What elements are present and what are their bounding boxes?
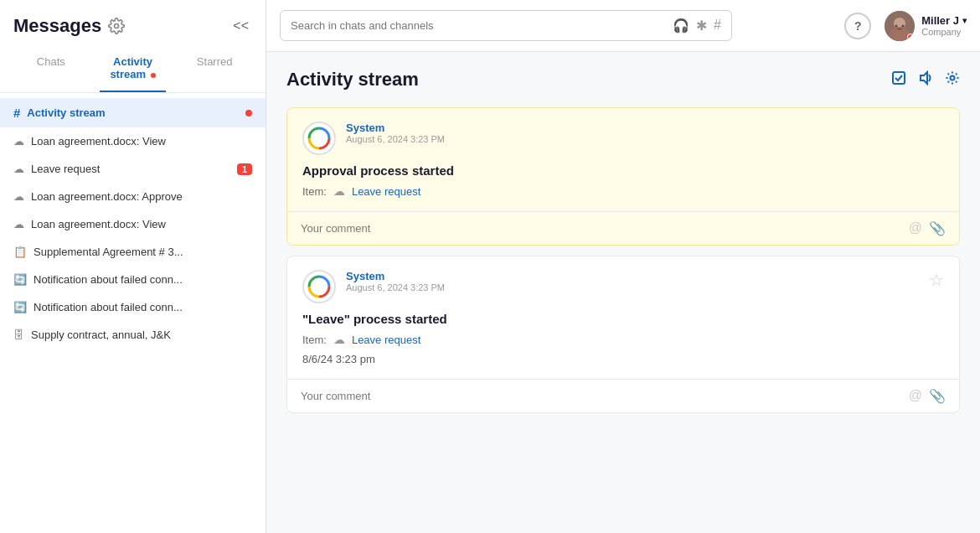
user-details: Miller J ▾ Company [921,14,967,37]
send-time-2: August 6, 2024 3:23 PM [346,282,445,292]
tab-starred[interactable]: Starred [173,47,255,92]
svg-point-0 [115,24,119,28]
message-card-2: System August 6, 2024 3:23 PM ☆ "Leave" … [286,256,960,413]
sidebar-item-label: Supply contract, annual, J&K [31,329,252,341]
help-button[interactable]: ? [844,13,871,39]
cloud-icon-item-1: ☁ [333,184,345,198]
sidebar-item-activity-stream[interactable]: # Activity stream [0,98,266,127]
sender-info-1: System August 6, 2024 3:23 PM [346,122,445,144]
message-body-2: System August 6, 2024 3:23 PM ☆ "Leave" … [287,256,959,379]
message-body-1: System August 6, 2024 3:23 PM Approval p… [287,108,959,211]
item-link-1[interactable]: Leave request [352,185,420,198]
sync-icon: 🔄 [13,301,27,313]
top-bar: 🎧 ✱ # ? [266,0,980,52]
sender-info-2: System August 6, 2024 3:23 PM [346,270,445,292]
sidebar-item-label: Loan agreement.docx: View [31,135,252,147]
system-avatar-2 [302,270,336,303]
tab-chats[interactable]: Chats [10,47,92,92]
svg-point-10 [313,132,325,144]
sync-icon: 🔄 [13,273,27,286]
settings-icon[interactable] [945,70,960,89]
comment-input-1[interactable] [301,222,902,235]
svg-point-4 [895,24,898,27]
gear-icon[interactable] [108,18,125,34]
comment-input-2[interactable] [301,390,902,402]
sidebar-item-notif2[interactable]: 🔄 Notification about failed conn... [0,293,266,321]
svg-point-12 [313,281,325,292]
search-input[interactable] [291,19,666,32]
tab-activity-stream[interactable]: Activity stream [92,47,174,92]
user-name: Miller J ▾ [921,14,967,27]
svg-point-8 [951,76,955,80]
cloud-icon: ☁ [13,135,24,147]
sidebar-item-loan-view2[interactable]: ☁ Loan agreement.docx: View [0,210,266,238]
item-label-text-2: Item: [302,334,327,346]
page-title: Activity stream [286,69,419,91]
mention-icon-2[interactable]: @ [909,388,922,404]
cloud-icon: ☁ [13,163,24,175]
message-meta-1: System August 6, 2024 3:23 PM [302,122,944,155]
item-link-2[interactable]: Leave request [352,334,420,346]
avatar [885,11,915,41]
system-logo-1 [307,127,331,150]
collapse-button[interactable]: << [230,15,252,37]
attachment-icon-2[interactable]: 📎 [929,388,946,404]
hash-search-icon: # [714,18,721,34]
message-card-1: System August 6, 2024 3:23 PM Approval p… [286,107,960,246]
speaker-icon[interactable] [918,70,933,89]
user-status-dot [907,34,914,40]
content-area: Activity stream [266,52,980,533]
message-title-2: "Leave" process started [302,312,944,326]
sidebar-item-supplemental[interactable]: 📋 Supplemental Agreement # 3... [0,238,266,266]
user-info[interactable]: Miller J ▾ Company [885,11,967,41]
badge-count: 1 [237,163,252,175]
activity-actions [891,70,960,89]
system-logo-2 [307,275,331,298]
system-avatar-1 [302,122,336,155]
sidebar-item-supply[interactable]: 🗄 Supply contract, annual, J&K [0,321,266,349]
search-box[interactable]: 🎧 ✱ # [280,10,732,41]
activity-dot [245,110,252,116]
sidebar-item-loan-view[interactable]: ☁ Loan agreement.docx: View [0,127,266,155]
sidebar-item-label: Loan agreement.docx: View [31,218,252,230]
star-icon-2[interactable]: ☆ [929,270,944,290]
sidebar-item-label: Supplemental Agreement # 3... [34,246,252,258]
send-time-1: August 6, 2024 3:23 PM [346,134,445,144]
hash-icon: # [13,106,20,120]
search-icons: 🎧 ✱ # [673,18,721,34]
tabs-bar: Chats Activity stream Starred [0,47,266,93]
sidebar-item-label: Loan agreement.docx: Approve [31,190,252,203]
main-area: 🎧 ✱ # ? [266,0,980,533]
sidebar-item-label: Notification about failed conn... [34,301,252,313]
message-title-1: Approval process started [302,163,944,178]
activity-header: Activity stream [286,69,960,91]
message-timestamp-2: 8/6/24 3:23 pm [302,353,944,365]
mention-icon-1[interactable]: @ [909,220,922,236]
cloud-icon: ☁ [13,218,24,230]
message-item-2: Item: ☁ Leave request [302,333,944,346]
sender-name-2: System [346,270,445,282]
sidebar-item-label: Leave request [31,163,230,175]
item-label-text-1: Item: [302,185,327,198]
svg-marker-7 [921,72,927,84]
app-title: Messages [13,15,101,37]
tab-activity-dot [151,73,156,78]
left-header: Messages << [0,0,266,47]
comment-box-1: @ 📎 [287,211,959,245]
svg-rect-6 [893,72,905,84]
sidebar-item-notif1[interactable]: 🔄 Notification about failed conn... [0,266,266,293]
db-icon: 🗄 [13,329,24,341]
svg-point-5 [902,24,905,27]
doc-icon: 📋 [13,246,27,258]
comment-actions-1: @ 📎 [909,220,946,236]
attachment-icon-1[interactable]: 📎 [929,220,946,236]
sidebar-item-loan-approve[interactable]: ☁ Loan agreement.docx: Approve [0,183,266,210]
sender-name-1: System [346,122,445,134]
asterisk-icon: ✱ [696,18,707,34]
cloud-icon: ☁ [13,190,24,203]
user-company: Company [921,27,967,37]
sidebar-item-label: Notification about failed conn... [34,273,252,286]
sidebar-item-leave-request[interactable]: ☁ Leave request 1 [0,155,266,183]
check-icon[interactable] [891,70,906,89]
cloud-icon-item-2: ☁ [333,333,345,346]
